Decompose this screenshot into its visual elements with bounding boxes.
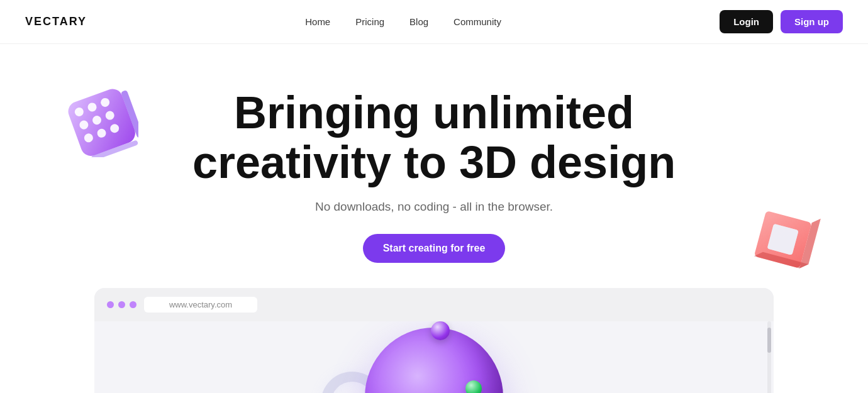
browser-dots (107, 301, 136, 308)
nav-blog[interactable]: Blog (409, 16, 428, 27)
hero-subtitle: No downloads, no coding - all in the bro… (25, 200, 843, 214)
signup-button[interactable]: Sign up (781, 10, 843, 33)
navbar: VECTARY Home Pricing Blog Community Logi… (0, 0, 868, 44)
nav-links: Home Pricing Blog Community (305, 16, 501, 27)
login-button[interactable]: Login (720, 10, 773, 33)
browser-dot-1 (107, 301, 114, 308)
browser-url: www.vectary.com (144, 297, 257, 313)
frame-3d-decoration (748, 208, 811, 270)
hero-section: Bringing unlimited creativity to 3D desi… (0, 44, 868, 393)
scrollbar-thumb (767, 328, 771, 353)
nav-home[interactable]: Home (305, 16, 330, 27)
browser-content (94, 321, 774, 393)
browser-mockup: www.vectary.com (94, 288, 774, 393)
scrollbar[interactable] (767, 321, 771, 393)
green-sphere (465, 380, 482, 393)
browser-dot-3 (130, 301, 136, 308)
nav-community[interactable]: Community (453, 16, 501, 27)
brand-logo[interactable]: VECTARY (25, 15, 87, 28)
hero-title: Bringing unlimited creativity to 3D desi… (182, 88, 686, 187)
cta-button[interactable]: Start creating for free (363, 234, 506, 263)
browser-toolbar: www.vectary.com (94, 288, 774, 321)
browser-dot-2 (118, 301, 125, 308)
waffle-3d-decoration (63, 82, 138, 157)
nav-pricing[interactable]: Pricing (355, 16, 384, 27)
nav-actions: Login Sign up (720, 10, 843, 33)
